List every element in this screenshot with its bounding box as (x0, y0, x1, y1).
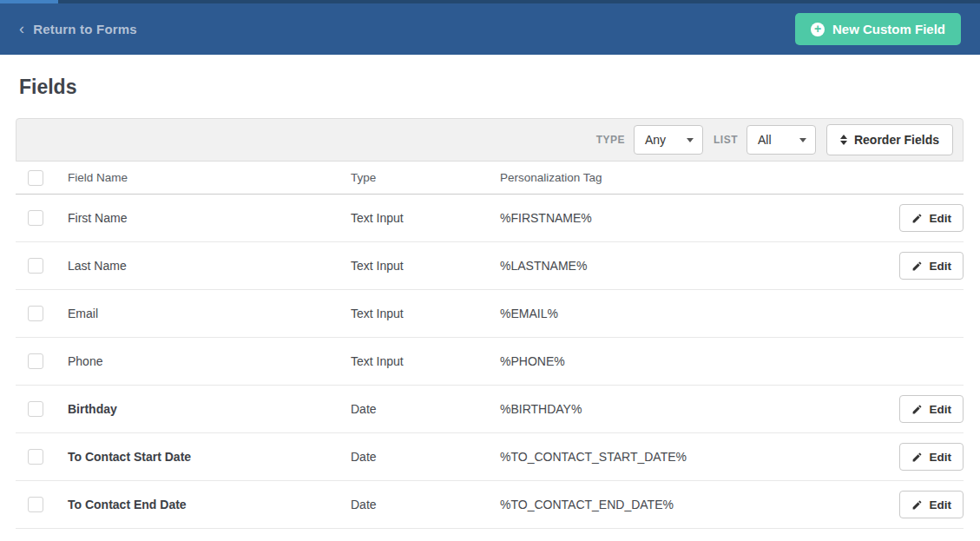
field-name: Phone (68, 354, 351, 368)
field-tag: %TO_CONTACT_END_DATE% (500, 498, 896, 511)
row-checkbox[interactable] (28, 306, 43, 321)
type-filter-label: TYPE (596, 134, 625, 146)
column-header-personalization-tag: Personalization Tag (500, 171, 896, 184)
edit-button[interactable]: Edit (899, 443, 964, 471)
pencil-icon (911, 452, 923, 463)
edit-button-label: Edit (930, 212, 952, 225)
column-header-field-name: Field Name (68, 171, 351, 184)
fields-table: Field Name Type Personalization Tag Firs… (16, 162, 964, 529)
select-all-checkbox[interactable] (28, 170, 43, 186)
row-checkbox[interactable] (28, 258, 43, 274)
column-header-type: Type (351, 171, 500, 184)
field-type: Text Input (351, 259, 500, 273)
field-type: Date (351, 450, 500, 464)
chevron-down-icon (687, 138, 694, 142)
field-tag: %TO_CONTACT_START_DATE% (500, 450, 896, 464)
new-custom-field-button[interactable]: + New Custom Field (795, 13, 961, 45)
table-row: To Contact End Date Date %TO_CONTACT_END… (16, 481, 964, 529)
reorder-fields-button[interactable]: Reorder Fields (826, 124, 953, 155)
reorder-fields-label: Reorder Fields (854, 133, 939, 147)
field-type: Date (351, 498, 500, 511)
table-header-row: Field Name Type Personalization Tag (16, 162, 964, 195)
top-progress-strip (0, 0, 980, 3)
edit-button[interactable]: Edit (899, 395, 964, 423)
field-tag: %EMAIL% (500, 307, 896, 320)
app-header: ‹ Return to Forms + New Custom Field (0, 3, 980, 55)
filter-toolbar: TYPE Any LIST All Reorder Fields (16, 118, 964, 162)
row-checkbox[interactable] (28, 449, 43, 465)
table-row: Email Text Input %EMAIL% (16, 290, 964, 338)
edit-button-label: Edit (930, 260, 952, 273)
field-name: Email (68, 307, 351, 320)
page-title: Fields (19, 76, 980, 99)
field-tag: %PHONE% (500, 354, 896, 368)
edit-button[interactable]: Edit (899, 252, 964, 280)
progress-segment (0, 0, 58, 3)
table-row: Last Name Text Input %LASTNAME% Edit (16, 242, 964, 290)
edit-button[interactable]: Edit (899, 491, 964, 518)
pencil-icon (911, 261, 923, 272)
field-tag: %BIRTHDAY% (500, 402, 896, 416)
row-checkbox[interactable] (28, 401, 43, 417)
row-checkbox[interactable] (28, 497, 43, 512)
edit-button-label: Edit (930, 403, 952, 416)
field-name: First Name (68, 211, 351, 225)
return-to-forms-label: Return to Forms (33, 22, 137, 36)
field-name: Birthday (68, 402, 351, 416)
row-checkbox[interactable] (28, 210, 43, 226)
table-row: Phone Text Input %PHONE% (16, 338, 964, 386)
field-name: Last Name (68, 259, 351, 273)
list-filter-select[interactable]: All (747, 125, 816, 155)
return-to-forms-link[interactable]: ‹ Return to Forms (19, 22, 137, 36)
table-row: To Contact Start Date Date %TO_CONTACT_S… (16, 433, 964, 481)
table-body: First Name Text Input %FIRSTNAME% Edit L… (16, 195, 964, 529)
pencil-icon (911, 213, 923, 224)
field-type: Text Input (351, 354, 500, 368)
pencil-icon (911, 404, 923, 415)
type-filter-select[interactable]: Any (634, 125, 703, 155)
field-type: Date (351, 402, 500, 416)
field-tag: %LASTNAME% (500, 259, 896, 273)
sort-arrows-icon (840, 135, 847, 145)
chevron-left-icon: ‹ (19, 21, 24, 36)
field-name: To Contact End Date (68, 498, 351, 511)
progress-track (58, 0, 980, 3)
type-filter-value: Any (645, 133, 666, 147)
list-filter-value: All (758, 133, 772, 147)
field-type: Text Input (351, 211, 500, 225)
fields-panel: TYPE Any LIST All Reorder Fields Field N… (16, 118, 964, 529)
field-type: Text Input (351, 307, 500, 320)
edit-button-label: Edit (930, 451, 952, 464)
pencil-icon (911, 499, 923, 511)
new-custom-field-label: New Custom Field (832, 22, 945, 36)
edit-button-label: Edit (930, 498, 952, 511)
plus-circle-icon: + (811, 23, 825, 36)
table-row: First Name Text Input %FIRSTNAME% Edit (16, 195, 964, 242)
list-filter-label: LIST (714, 134, 738, 146)
field-tag: %FIRSTNAME% (500, 211, 896, 225)
field-name: To Contact Start Date (68, 450, 351, 464)
table-row: Birthday Date %BIRTHDAY% Edit (16, 386, 964, 433)
chevron-down-icon (799, 138, 806, 142)
row-checkbox[interactable] (28, 353, 43, 369)
edit-button[interactable]: Edit (899, 204, 964, 232)
